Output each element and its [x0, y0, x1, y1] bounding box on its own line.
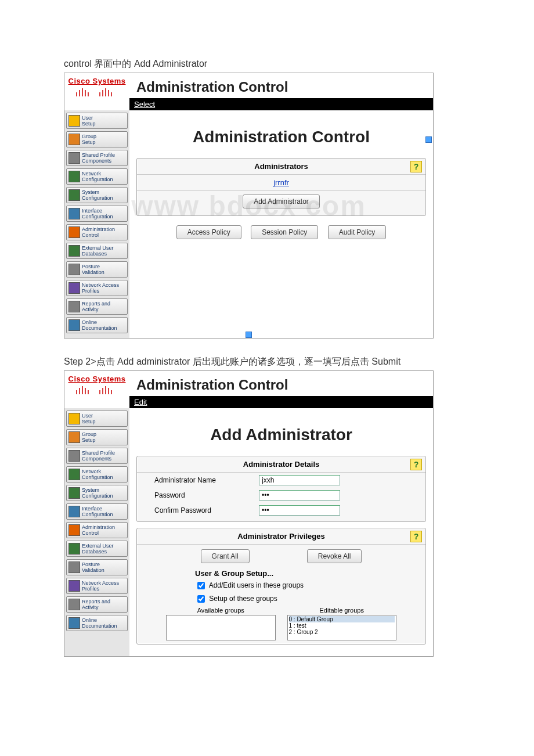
administrator-link[interactable]: jrrnfr — [273, 178, 289, 187]
password-input[interactable] — [259, 490, 340, 501]
nav-reports-and-activity[interactable]: Reports andActivity — [66, 298, 128, 315]
nav-external-user-databases[interactable]: External UserDatabases — [66, 243, 128, 259]
admin-details-panel: Administrator Details ? Administrator Na… — [136, 456, 426, 522]
nav-posture-validation[interactable]: PostureValidation — [66, 559, 128, 575]
policy-buttons: Access Policy Session Policy Audit Polic… — [136, 225, 426, 239]
nav-icon — [68, 561, 80, 573]
group-item[interactable]: 1 : test — [289, 622, 395, 629]
nav-icon — [68, 301, 80, 312]
nav-label: UserSetup — [82, 115, 96, 127]
confirm-password-label: Confirm Password — [154, 506, 259, 514]
nav-posture-validation[interactable]: PostureValidation — [66, 261, 128, 278]
nav-icon — [68, 208, 80, 219]
administrators-panel: Administrators ? jrrnfr Add Administrato… — [136, 158, 426, 216]
nav-label: UserSetup — [82, 413, 96, 424]
nav-group-setup[interactable]: GroupSetup — [66, 131, 128, 147]
app-title: Administration Control — [129, 371, 433, 396]
nav-label: AdministrationControl — [82, 524, 115, 536]
nav-network-configuration[interactable]: NetworkConfiguration — [66, 168, 128, 185]
nav-administration-control[interactable]: AdministrationControl — [66, 224, 128, 240]
setup-groups-checkbox[interactable] — [197, 595, 205, 603]
nav-user-setup[interactable]: UserSetup — [66, 411, 128, 427]
nav-label: Shared ProfileComponents — [82, 152, 115, 164]
available-groups-list[interactable] — [166, 615, 276, 640]
nav-network-access-profiles[interactable]: Network AccessProfiles — [66, 578, 128, 594]
nav-label: InterfaceConfiguration — [82, 208, 113, 219]
nav-icon — [68, 599, 80, 610]
app-title: Administration Control — [129, 73, 433, 98]
nav-label: PostureValidation — [82, 264, 104, 275]
nav-icon — [68, 543, 80, 555]
nav-icon — [68, 115, 80, 127]
nav-label: GroupSetup — [82, 134, 96, 145]
nav-icon — [68, 413, 80, 424]
nav-label: Network AccessProfiles — [82, 580, 119, 592]
revoke-all-button[interactable]: Revoke All — [307, 549, 362, 563]
nav-shared-profile-components[interactable]: Shared ProfileComponents — [66, 150, 128, 166]
page-heading: Administration Control — [136, 128, 426, 146]
nav-icon — [68, 319, 80, 331]
sidebar: UserSetupGroupSetupShared ProfileCompone… — [64, 408, 129, 656]
nav-administration-control[interactable]: AdministrationControl — [66, 522, 128, 538]
session-policy-button[interactable]: Session Policy — [251, 225, 318, 239]
add-edit-users-label: Add/Edit users in these groups — [209, 581, 304, 589]
nav-label: SystemConfiguration — [82, 189, 113, 201]
add-edit-users-checkbox[interactable] — [197, 582, 205, 589]
nav-reports-and-activity[interactable]: Reports andActivity — [66, 596, 128, 613]
nav-label: Network AccessProfiles — [82, 282, 119, 294]
group-item[interactable]: 0 : Default Group — [289, 616, 395, 622]
nav-icon — [68, 226, 80, 238]
admin-name-input[interactable] — [259, 475, 340, 485]
nav-label: OnlineDocumentation — [82, 319, 117, 331]
nav-system-configuration[interactable]: SystemConfiguration — [66, 187, 128, 203]
nav-icon — [68, 189, 80, 201]
nav-icon — [68, 580, 80, 592]
help-icon[interactable]: ? — [410, 459, 422, 470]
grant-all-button[interactable]: Grant All — [201, 549, 250, 563]
nav-label: External UserDatabases — [82, 543, 114, 555]
nav-group-setup[interactable]: GroupSetup — [66, 429, 128, 445]
nav-system-configuration[interactable]: SystemConfiguration — [66, 485, 128, 501]
nav-icon — [68, 282, 80, 294]
nav-label: NetworkConfiguration — [82, 469, 113, 480]
nav-icon — [68, 431, 80, 443]
nav-label: Reports andActivity — [82, 301, 110, 312]
cisco-bridge-icon — [74, 87, 120, 97]
group-item[interactable]: 2 : Group 2 — [289, 629, 395, 635]
nav-icon — [68, 469, 80, 480]
nav-interface-configuration[interactable]: InterfaceConfiguration — [66, 206, 128, 222]
editable-groups-label: Editable groups — [287, 607, 397, 614]
nav-user-setup[interactable]: UserSetup — [66, 113, 128, 129]
nav-online-documentation[interactable]: OnlineDocumentation — [66, 615, 128, 631]
editable-groups-list[interactable]: 0 : Default Group1 : test2 : Group 2 — [287, 615, 397, 640]
nav-label: GroupSetup — [82, 431, 96, 443]
audit-policy-button[interactable]: Audit Policy — [328, 225, 387, 239]
nav-icon — [68, 450, 80, 462]
nav-icon — [68, 487, 80, 499]
nav-label: External UserDatabases — [82, 245, 114, 257]
nav-interface-configuration[interactable]: InterfaceConfiguration — [66, 503, 128, 520]
access-policy-button[interactable]: Access Policy — [176, 225, 241, 239]
nav-icon — [68, 152, 80, 164]
screenshot-1: Cisco Systems Administration Control Sel… — [64, 73, 434, 339]
nav-icon — [68, 617, 80, 629]
nav-icon — [68, 264, 80, 275]
nav-external-user-databases[interactable]: External UserDatabases — [66, 541, 128, 557]
panel-title: Administrators — [254, 162, 308, 171]
confirm-password-input[interactable] — [259, 505, 340, 516]
password-label: Password — [154, 491, 259, 499]
nav-online-documentation[interactable]: OnlineDocumentation — [66, 317, 128, 333]
user-group-setup-heading: User & Group Setup... — [137, 568, 425, 579]
nav-shared-profile-components[interactable]: Shared ProfileComponents — [66, 448, 128, 464]
add-administrator-button[interactable]: Add Administrator — [243, 195, 320, 208]
help-icon[interactable]: ? — [410, 161, 422, 172]
screenshot-2: Cisco Systems Administration Control Edi… — [64, 370, 434, 657]
nav-icon — [68, 524, 80, 536]
nav-label: AdministrationControl — [82, 226, 115, 238]
nav-network-configuration[interactable]: NetworkConfiguration — [66, 466, 128, 483]
nav-label: SystemConfiguration — [82, 487, 113, 499]
nav-network-access-profiles[interactable]: Network AccessProfiles — [66, 280, 128, 296]
doc-line-2: Step 2>点击 Add administrator 后出现此账户的诸多选项，… — [64, 356, 470, 368]
help-icon[interactable]: ? — [410, 531, 422, 542]
page-heading: Add Administrator — [136, 426, 426, 444]
